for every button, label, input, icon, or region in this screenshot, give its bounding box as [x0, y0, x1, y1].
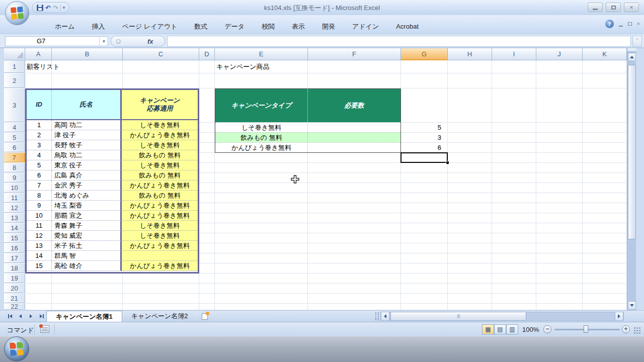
office-button[interactable] — [5, 1, 29, 25]
customer-id-cell[interactable]: 1 — [27, 120, 52, 130]
customer-campaign-cell[interactable]: しそ巻き無料 — [122, 120, 198, 130]
row-header-8[interactable]: 8 — [4, 163, 25, 172]
previous-sheet-button[interactable] — [16, 312, 25, 321]
customer-campaign-cell[interactable]: かんぴょう巻き無料 — [122, 241, 198, 251]
row-header-12[interactable]: 12 — [4, 203, 25, 213]
customer-row[interactable]: 14 群馬 智 — [27, 251, 198, 261]
customer-name-cell[interactable]: 広島 真介 — [52, 170, 122, 180]
customer-id-cell[interactable]: 3 — [27, 140, 52, 150]
column-header-C[interactable]: C — [123, 48, 199, 60]
maximize-button[interactable] — [606, 3, 621, 12]
row-header-19[interactable]: 19 — [4, 274, 25, 283]
start-button[interactable] — [4, 336, 29, 361]
customer-id-cell[interactable]: 8 — [27, 191, 52, 201]
customer-campaign-cell[interactable]: しそ巻き無料 — [122, 221, 198, 231]
ribbon-tab[interactable]: アドイン — [344, 20, 387, 34]
select-all-corner[interactable] — [4, 48, 25, 60]
redo-icon[interactable]: ↷ — [53, 5, 58, 11]
customer-row[interactable]: 7 金沢 秀子 かんぴょう巻き無料 — [27, 180, 198, 191]
customer-campaign-cell[interactable]: かんぴょう巻き無料 — [122, 261, 198, 271]
campaign-count-cell[interactable] — [308, 123, 400, 132]
customer-id-cell[interactable]: 12 — [27, 231, 52, 241]
customer-name-cell[interactable]: 金沢 秀子 — [52, 180, 122, 191]
row-header-15[interactable]: 15 — [4, 233, 25, 243]
customer-name-cell[interactable]: 埼玉 梨香 — [52, 201, 122, 211]
customer-campaign-cell[interactable]: 飲みもの 無料 — [122, 191, 198, 201]
column-header-I[interactable]: I — [492, 48, 536, 60]
customer-id-cell[interactable]: 2 — [27, 130, 52, 140]
insert-function-area[interactable]: fx — [111, 36, 165, 47]
customer-campaign-cell[interactable]: しそ巻き無料 — [122, 140, 198, 150]
column-header-E[interactable]: E — [215, 48, 308, 60]
row-header-16[interactable]: 16 — [4, 243, 25, 253]
vertical-scrollbar[interactable] — [627, 48, 636, 310]
customer-name-cell[interactable]: 津 役子 — [52, 130, 122, 140]
customer-id-cell[interactable]: 13 — [27, 241, 52, 251]
close-button[interactable]: × — [624, 3, 639, 12]
campaign-type-cell[interactable]: 飲みもの 無料 — [215, 133, 308, 142]
customer-row[interactable]: 8 北海 めぐみ 飲みもの 無料 — [27, 191, 198, 201]
macro-record-icon[interactable] — [40, 325, 49, 333]
insert-worksheet-tab[interactable] — [197, 311, 212, 322]
active-cell-selection[interactable] — [400, 152, 448, 163]
column-header-F[interactable]: F — [308, 48, 401, 60]
customer-name-cell[interactable]: 那覇 宜之 — [52, 211, 122, 221]
ribbon-tab[interactable]: 表示 — [283, 20, 313, 34]
formula-input[interactable] — [167, 36, 631, 47]
customer-id-cell[interactable]: 14 — [27, 251, 52, 261]
customer-id-cell[interactable]: 11 — [27, 221, 52, 231]
tab-scroll-splitter[interactable] — [375, 312, 379, 320]
customer-name-cell[interactable]: 東京 役子 — [52, 160, 122, 170]
customer-campaign-cell[interactable]: しそ巻き無料 — [122, 160, 198, 170]
column-header-D[interactable]: D — [199, 48, 215, 60]
name-box-dropdown-icon[interactable]: ▼ — [99, 36, 108, 46]
customer-row[interactable]: 11 青森 舞子 しそ巻き無料 — [27, 221, 198, 231]
scroll-down-button[interactable] — [628, 301, 636, 310]
row-header-5[interactable]: 5 — [4, 133, 25, 142]
normal-view-button[interactable]: ▦ — [482, 324, 494, 334]
column-header-G[interactable]: G — [401, 48, 448, 60]
sheet-tab[interactable]: キャンペーン名簿2 — [122, 311, 197, 322]
next-sheet-button[interactable] — [26, 312, 36, 321]
customer-campaign-cell[interactable]: かんぴょう巻き無料 — [122, 130, 198, 140]
horizontal-scroll-thumb[interactable] — [390, 312, 526, 321]
column-header-J[interactable]: J — [536, 48, 583, 60]
campaign-row[interactable]: かんぴょう巻き無料 — [215, 142, 400, 152]
customer-row[interactable]: 15 高松 雄介 かんぴょう巻き無料 — [27, 261, 198, 271]
zoom-level[interactable]: 100% — [522, 326, 539, 333]
column-header-B[interactable]: B — [52, 48, 123, 60]
row-header-18[interactable]: 18 — [4, 263, 25, 273]
ribbon-tab[interactable]: 挿入 — [84, 20, 114, 34]
customer-id-cell[interactable]: 15 — [27, 261, 52, 271]
customer-row[interactable]: 10 那覇 宜之 かんぴょう巻き無料 — [27, 211, 198, 221]
ribbon-tab[interactable]: Acrobat — [387, 20, 427, 34]
vertical-scroll-thumb[interactable] — [628, 65, 636, 239]
expand-formula-bar-button[interactable]: ˇ — [632, 36, 642, 47]
customer-row[interactable]: 5 東京 役子 しそ巻き無料 — [27, 160, 198, 170]
row-header-20[interactable]: 20 — [4, 284, 25, 293]
ribbon-tab[interactable]: データ — [216, 20, 253, 34]
zoom-in-button[interactable]: + — [622, 325, 630, 333]
ribbon-tab[interactable]: 開発 — [313, 20, 344, 34]
customer-name-cell[interactable]: 米子 拓土 — [52, 241, 122, 251]
column-header-A[interactable]: A — [25, 48, 52, 60]
scroll-right-button[interactable] — [615, 312, 623, 321]
customer-campaign-cell[interactable]: かんぴょう巻き無料 — [122, 180, 198, 191]
customer-campaign-cell[interactable]: 飲みもの 無料 — [122, 150, 198, 160]
row-header-2[interactable]: 2 — [4, 73, 25, 88]
customer-name-cell[interactable]: 北海 めぐみ — [52, 191, 122, 201]
ribbon-tab[interactable]: ページ レイアウト — [114, 20, 186, 34]
sheet-tab[interactable]: キャンペーン名簿1 — [46, 311, 122, 322]
customer-row[interactable]: 9 埼玉 梨香 かんぴょう巻き無料 — [27, 201, 198, 211]
scroll-up-button[interactable] — [628, 53, 636, 61]
sheet-grid[interactable]: 顧客リスト キャンペーン商品 ID 氏名 キャンペーン 応募適用 1 高岡 功二… — [25, 60, 627, 310]
campaign-row[interactable]: 飲みもの 無料 — [215, 132, 400, 142]
save-icon[interactable] — [37, 5, 43, 11]
scroll-left-button[interactable] — [381, 312, 389, 321]
customer-name-cell[interactable]: 高松 雄介 — [52, 261, 122, 271]
customer-row[interactable]: 3 長野 牧子 しそ巻き無料 — [27, 140, 198, 150]
customer-row[interactable]: 2 津 役子 かんぴょう巻き無料 — [27, 130, 198, 140]
customer-id-cell[interactable]: 9 — [27, 201, 52, 211]
workbook-close-button[interactable]: × — [637, 21, 640, 27]
page-break-view-button[interactable]: ▥ — [506, 324, 518, 334]
